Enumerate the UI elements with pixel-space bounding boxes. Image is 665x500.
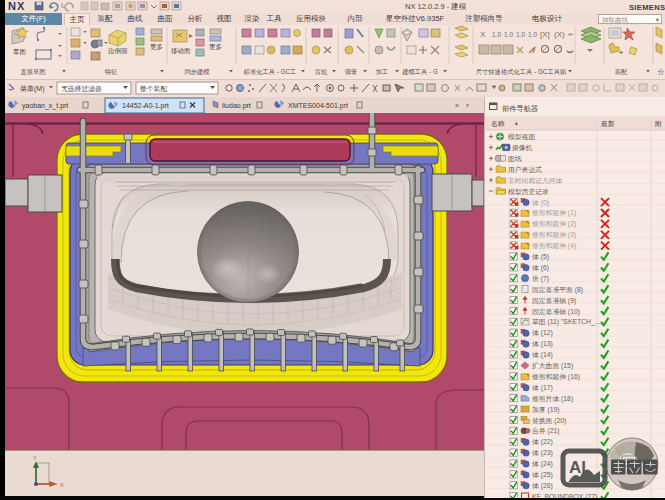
svg-text:+: +: [619, 49, 623, 56]
svg-text:用户表达式: 用户表达式: [508, 166, 542, 174]
svg-text:修剪和延伸 (3): 修剪和延伸 (3): [532, 231, 576, 239]
svg-text:修剪和延伸 (1): 修剪和延伸 (1): [532, 209, 576, 217]
svg-text:特征: 特征: [105, 68, 118, 76]
svg-text:⏛: ⏛: [568, 31, 573, 37]
svg-text:体 (5): 体 (5): [532, 253, 549, 261]
svg-text:体 (13): 体 (13): [532, 340, 553, 348]
svg-text:弹簧: 弹簧: [345, 68, 358, 76]
svg-text:建模工具 - G: 建模工具 - G: [401, 68, 438, 76]
svg-text:体 (26): 体 (26): [532, 482, 553, 490]
svg-text:体 (0): 体 (0): [532, 199, 549, 207]
svg-text:附: 附: [655, 120, 662, 128]
svg-text:[X]: [X]: [540, 30, 550, 39]
svg-text:SIEMENS: SIEMENS: [629, 3, 665, 12]
svg-text:名称: 名称: [491, 120, 505, 128]
svg-text:NX 12.0.2.9 - 建模: NX 12.0.2.9 - 建模: [405, 2, 467, 11]
svg-text:模型历史记录: 模型历史记录: [508, 188, 549, 196]
svg-text:草图: 草图: [13, 48, 26, 55]
svg-text:草图 (11) "SKETCH_...: 草图 (11) "SKETCH_...: [532, 318, 600, 326]
svg-text:体 (22): 体 (22): [532, 438, 553, 446]
svg-text:X: X: [60, 482, 64, 488]
svg-text:菜单(M): 菜单(M): [20, 85, 45, 93]
svg-text:1.0: 1.0: [516, 31, 525, 38]
svg-text:14452-A0-1.prt: 14452-A0-1.prt: [122, 102, 169, 110]
svg-text:固定基准轴 (10): 固定基准轴 (10): [532, 308, 580, 316]
svg-text:移动面: 移动面: [171, 47, 191, 55]
svg-text:更多: 更多: [209, 43, 222, 51]
svg-text:NX: NX: [8, 0, 25, 12]
svg-text:替换面 (20): 替换面 (20): [532, 417, 566, 425]
svg-text:(X): (X): [554, 30, 565, 39]
svg-text:1.0: 1.0: [492, 31, 501, 38]
svg-text:最新: 最新: [600, 120, 615, 127]
svg-text:修剪片体 (18): 修剪片体 (18): [532, 395, 573, 403]
svg-text:齿轮: 齿轮: [315, 68, 328, 76]
svg-text:整个装配: 整个装配: [139, 85, 167, 93]
svg-text:扩大曲面 (15): 扩大曲面 (15): [532, 362, 573, 370]
svg-text:体 (14): 体 (14): [532, 351, 553, 359]
svg-text:修剪和延伸 (4): 修剪和延伸 (4): [532, 242, 576, 250]
svg-text:图纸: 图纸: [508, 155, 522, 163]
svg-text:体 (6): 体 (6): [532, 264, 549, 272]
svg-text:摄像机: 摄像机: [512, 144, 533, 151]
svg-text:固定基准平面 (8): 固定基准平面 (8): [532, 286, 583, 294]
svg-text:X: X: [480, 30, 486, 39]
svg-text:1.0: 1.0: [528, 31, 537, 38]
svg-text:直接草图: 直接草图: [20, 68, 45, 76]
svg-text:更多: 更多: [150, 43, 163, 51]
svg-text:装配: 装配: [615, 68, 628, 76]
svg-text:加厚 (19): 加厚 (19): [532, 406, 560, 414]
svg-text:加工: 加工: [376, 68, 389, 75]
svg-text:1.0: 1.0: [504, 31, 513, 38]
svg-text:分: 分: [658, 68, 665, 75]
svg-text:yaoban_x_t.prt: yaoban_x_t.prt: [22, 102, 68, 110]
svg-text:非时间戳记几何体: 非时间戳记几何体: [508, 177, 563, 185]
svg-text:体 (17): 体 (17): [532, 384, 553, 392]
svg-text:同步建模: 同步建模: [184, 68, 210, 76]
svg-text:部件导航器: 部件导航器: [502, 104, 539, 113]
svg-text:块 (7): 块 (7): [531, 275, 549, 283]
svg-text:模型视图: 模型视图: [508, 133, 535, 141]
svg-text:固定基准轴 (9): 固定基准轴 (9): [532, 297, 576, 305]
svg-text:»: »: [455, 102, 459, 109]
svg-text:体 (12): 体 (12): [532, 329, 553, 337]
svg-text:Y: Y: [33, 455, 37, 461]
svg-text:体 (25): 体 (25): [532, 471, 553, 479]
svg-text:体 (23): 体 (23): [532, 449, 553, 457]
svg-text:修剪和延伸 (16): 修剪和延伸 (16): [532, 373, 580, 381]
svg-text:尺寸快速格式化工具 - GC工具箱: 尺寸快速格式化工具 - GC工具箱: [476, 68, 567, 76]
svg-text:z: z: [466, 102, 469, 108]
svg-text:体 (24): 体 (24): [532, 460, 553, 468]
svg-text:标准化工具 - GC工: 标准化工具 - GC工: [243, 68, 297, 76]
svg-text:边倒圆: 边倒圆: [108, 47, 128, 55]
svg-text:无选择过滤器: 无选择过滤器: [61, 85, 102, 93]
svg-text:liudao.prt: liudao.prt: [222, 102, 251, 110]
svg-text:XMTES004-501.prt: XMTES004-501.prt: [288, 102, 348, 110]
svg-text:修剪和延伸 (2): 修剪和延伸 (2): [532, 220, 576, 228]
